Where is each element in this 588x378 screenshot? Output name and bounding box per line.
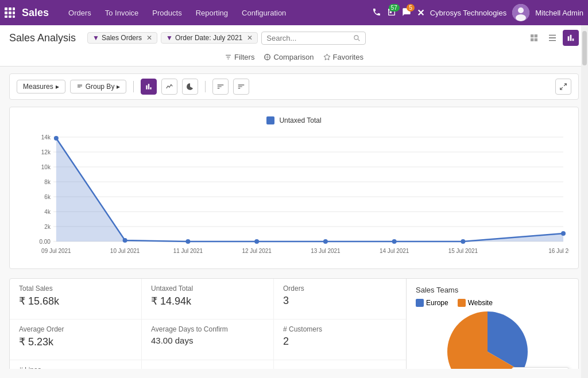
expand-button[interactable]	[555, 79, 571, 95]
favorites-button[interactable]: Favorites	[323, 53, 363, 61]
svg-text:6k: 6k	[44, 194, 51, 200]
app-grid-icon[interactable]	[5, 7, 15, 18]
svg-rect-3	[5, 11, 7, 14]
nav-reporting[interactable]: Reporting	[190, 6, 234, 20]
stat-total-sales: Total Sales ₹ 15.68k	[10, 279, 142, 319]
funnel-icon-1: ▼	[92, 34, 99, 42]
europe-color	[416, 299, 424, 307]
chart-toolbar: Measures ▸ Group By ▸	[9, 73, 579, 100]
svg-point-36	[561, 231, 566, 236]
group-by-chevron: ▸	[117, 83, 120, 91]
svg-text:2k: 2k	[44, 224, 51, 230]
europe-label: Europe	[426, 299, 448, 307]
funnel-icon-2: ▼	[166, 34, 173, 42]
stats-pie-container: Total Sales ₹ 15.68k Untaxed Total ₹ 14.…	[9, 278, 579, 369]
sort-desc-icon	[237, 83, 245, 91]
filter-tag-label-2: Order Date: July 2021	[175, 34, 242, 42]
measures-button[interactable]: Measures ▸	[17, 80, 65, 93]
filter-icon	[225, 53, 232, 61]
svg-point-34	[392, 239, 397, 244]
pie-legend: Europe Website	[416, 299, 569, 307]
svg-point-30	[123, 238, 127, 243]
svg-text:10 Jul 2021: 10 Jul 2021	[110, 248, 140, 254]
filter-tag-order-date: ▼ Order Date: July 2021 ✕	[161, 32, 258, 44]
svg-text:11 Jul 2021: 11 Jul 2021	[173, 248, 203, 254]
navbar-right: 57 5 ✕ Cybrosys Technologies Mitchell Ad…	[372, 4, 583, 21]
orders-value: 3	[283, 295, 397, 307]
website-label: Website	[468, 299, 493, 307]
view-chart-icon[interactable]	[563, 30, 579, 46]
stat-empty-1	[142, 360, 274, 369]
phone-icon[interactable]	[372, 7, 381, 18]
pie-chart-icon	[186, 83, 194, 91]
svg-point-32	[254, 239, 259, 244]
chart-pie-button[interactable]	[182, 79, 198, 95]
search-input[interactable]	[266, 34, 353, 42]
customers-label: # Customers	[283, 325, 397, 333]
favorites-label: Favorites	[333, 53, 363, 61]
stat-empty-2	[274, 360, 406, 369]
svg-rect-5	[13, 11, 15, 14]
view-pivot-icon[interactable]	[526, 30, 542, 46]
svg-rect-4	[9, 11, 11, 14]
sales-teams-title: Sales Teams	[416, 286, 569, 294]
nav-products[interactable]: Products	[146, 6, 187, 20]
view-icons	[526, 30, 579, 46]
legend-label: Untaxed Total	[279, 116, 321, 124]
scrollbar-thumb[interactable]	[582, 31, 587, 65]
nav-configuration[interactable]: Configuration	[236, 6, 292, 20]
chart-legend: Untaxed Total	[19, 116, 569, 124]
svg-text:8k: 8k	[44, 179, 51, 185]
calendar-icon[interactable]: 57	[387, 7, 396, 18]
filters-button[interactable]: Filters	[225, 53, 254, 61]
divider-1	[133, 81, 134, 92]
chart-area: Untaxed Total 14k 12k 10k 8k 6k 4k	[9, 107, 579, 269]
brand-name: Sales	[22, 7, 49, 19]
page-header: Sales Analysis ▼ Sales Orders ✕ ▼ Order …	[0, 25, 588, 67]
comparison-label: Comparison	[273, 53, 314, 61]
svg-rect-2	[13, 7, 15, 10]
avg-order-label: Average Order	[19, 325, 132, 333]
pie-chart-container: Count Website	[416, 311, 569, 369]
line-chart-icon	[165, 83, 173, 91]
star-icon	[323, 53, 331, 61]
sort-asc-button[interactable]	[212, 79, 229, 95]
svg-rect-0	[5, 7, 7, 10]
svg-rect-6	[5, 15, 7, 18]
stat-orders: Orders 3	[274, 279, 406, 319]
close-nav-icon[interactable]: ✕	[417, 7, 424, 18]
calendar-badge: 57	[389, 4, 400, 11]
svg-point-33	[323, 239, 328, 244]
svg-rect-7	[9, 15, 11, 18]
comparison-button[interactable]: Comparison	[264, 53, 314, 61]
chart-bar-button[interactable]	[141, 79, 157, 95]
view-list-icon[interactable]	[544, 30, 560, 46]
svg-point-31	[185, 239, 190, 244]
filter-tag-close-1[interactable]: ✕	[146, 34, 152, 42]
total-sales-value: ₹ 15.68k	[19, 295, 132, 307]
nav-to-invoice[interactable]: To Invoice	[99, 6, 145, 20]
search-icon	[353, 34, 361, 42]
customers-value: 2	[283, 336, 397, 348]
legend-website: Website	[458, 299, 493, 307]
scrollbar-track[interactable]	[581, 25, 588, 369]
chat-badge: 5	[407, 4, 415, 11]
legend-dot	[266, 116, 274, 124]
group-by-button[interactable]: Group By ▸	[70, 80, 127, 93]
svg-text:16 Jul 2021: 16 Jul 2021	[548, 248, 569, 254]
filter-tag-close-2[interactable]: ✕	[247, 34, 253, 42]
stat-avg-order: Average Order ₹ 5.23k	[10, 319, 142, 360]
svg-text:4k: 4k	[44, 209, 51, 215]
svg-text:13 Jul 2021: 13 Jul 2021	[311, 248, 341, 254]
sort-desc-button[interactable]	[233, 79, 249, 95]
filter-tag-sales-orders: ▼ Sales Orders ✕	[87, 32, 157, 44]
svg-text:12 Jul 2021: 12 Jul 2021	[242, 248, 272, 254]
svg-point-11	[516, 14, 526, 21]
svg-text:14 Jul 2021: 14 Jul 2021	[380, 248, 409, 254]
search-box[interactable]	[261, 32, 366, 45]
chart-line-button[interactable]	[161, 79, 177, 95]
nav-orders[interactable]: Orders	[63, 6, 97, 20]
lines-label: # Lines	[19, 366, 132, 369]
chat-icon[interactable]: 5	[402, 7, 411, 18]
measures-label: Measures	[23, 83, 53, 91]
